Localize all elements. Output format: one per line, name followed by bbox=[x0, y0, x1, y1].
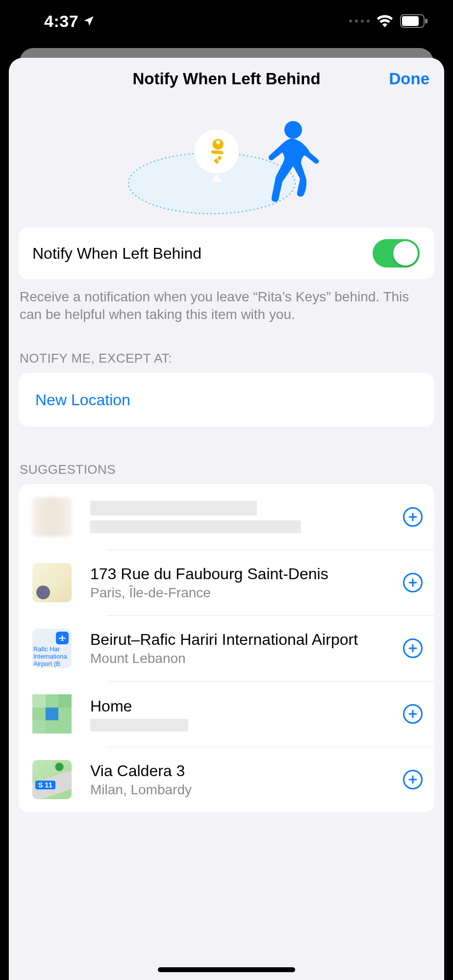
suggestion-row[interactable]: 173 Rue du Faubourg Saint-Denis Paris, Î… bbox=[19, 550, 434, 615]
notify-toggle-row[interactable]: Notify When Left Behind bbox=[19, 227, 434, 279]
suggestion-title: Home bbox=[90, 696, 398, 716]
except-section-header: NOTIFY ME, EXCEPT AT: bbox=[9, 323, 444, 373]
status-right bbox=[349, 14, 428, 28]
suggestion-text: Beirut–Rafic Hariri International Airpor… bbox=[72, 630, 403, 667]
suggestion-text bbox=[72, 501, 403, 533]
add-location-button[interactable] bbox=[403, 770, 423, 789]
map-thumbnail-icon bbox=[32, 497, 72, 537]
add-location-button[interactable] bbox=[403, 638, 423, 658]
suggestions-card: 173 Rue du Faubourg Saint-Denis Paris, Î… bbox=[19, 484, 434, 812]
suggestion-text: Via Caldera 3 Milan, Lombardy bbox=[72, 761, 403, 798]
switch-knob bbox=[393, 241, 418, 266]
status-left: 4:37 bbox=[44, 12, 95, 31]
hero-illustration bbox=[9, 100, 444, 227]
suggestion-row[interactable]: Rafic Har Internationa Airport (B Beirut… bbox=[19, 615, 434, 681]
add-location-button[interactable] bbox=[403, 704, 423, 724]
thumbnail-text: Rafic Har Internationa Airport (B bbox=[33, 645, 71, 667]
modal-sheet: Notify When Left Behind Done bbox=[9, 58, 444, 980]
svg-point-10 bbox=[284, 121, 302, 139]
done-button[interactable]: Done bbox=[389, 58, 430, 100]
home-indicator[interactable] bbox=[158, 967, 295, 972]
svg-rect-2 bbox=[425, 19, 428, 24]
map-thumbnail-icon: Rafic Har Internationa Airport (B bbox=[32, 629, 72, 668]
suggestions-section-header: SUGGESTIONS bbox=[9, 427, 444, 484]
redacted-title bbox=[90, 501, 257, 515]
redacted-subtitle bbox=[90, 520, 301, 533]
notify-toggle-switch[interactable] bbox=[373, 239, 420, 268]
suggestion-text: Home bbox=[72, 696, 403, 732]
map-thumbnail-icon bbox=[32, 694, 72, 734]
add-location-button[interactable] bbox=[403, 507, 423, 527]
route-shield: S 11 bbox=[35, 781, 55, 789]
notify-help-text: Receive a notification when you leave “R… bbox=[9, 279, 444, 323]
except-locations-card: New Location bbox=[19, 373, 434, 427]
suggestion-title: Beirut–Rafic Hariri International Airpor… bbox=[90, 630, 398, 649]
status-time: 4:37 bbox=[44, 12, 78, 31]
map-thumbnail-icon bbox=[32, 563, 72, 602]
page-title: Notify When Left Behind bbox=[132, 70, 320, 88]
svg-rect-1 bbox=[402, 16, 419, 26]
new-location-button[interactable]: New Location bbox=[19, 373, 434, 427]
map-thumbnail-icon: S 11 bbox=[32, 760, 72, 799]
suggestion-subtitle: Mount Lebanon bbox=[90, 650, 398, 667]
cell-signal-dots-icon bbox=[349, 20, 370, 23]
redacted-subtitle bbox=[90, 719, 188, 732]
add-location-button[interactable] bbox=[403, 573, 423, 592]
suggestion-row[interactable]: Home bbox=[19, 681, 434, 747]
suggestion-title: Via Caldera 3 bbox=[90, 761, 398, 781]
suggestion-subtitle: Milan, Lombardy bbox=[90, 782, 398, 798]
airplane-icon bbox=[56, 632, 69, 644]
suggestion-text: 173 Rue du Faubourg Saint-Denis Paris, Î… bbox=[72, 564, 403, 601]
suggestion-subtitle: Paris, Île-de-France bbox=[90, 585, 398, 601]
suggestion-title: 173 Rue du Faubourg Saint-Denis bbox=[90, 564, 398, 584]
battery-icon bbox=[400, 14, 428, 28]
suggestion-row[interactable]: S 11 Via Caldera 3 Milan, Lombardy bbox=[19, 747, 434, 812]
location-services-icon bbox=[82, 15, 95, 27]
wifi-icon bbox=[377, 15, 393, 27]
notify-toggle-card: Notify When Left Behind bbox=[19, 227, 434, 279]
notify-toggle-label: Notify When Left Behind bbox=[32, 245, 201, 263]
suggestion-row[interactable] bbox=[19, 484, 434, 550]
status-bar: 4:37 bbox=[0, 0, 453, 42]
sheet-header: Notify When Left Behind Done bbox=[9, 58, 444, 100]
